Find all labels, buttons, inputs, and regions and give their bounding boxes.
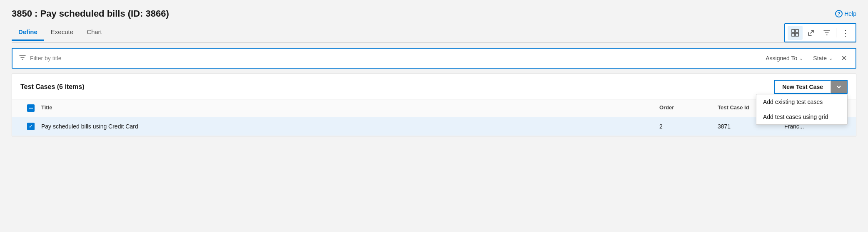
tab-chart[interactable]: Chart [80, 25, 109, 41]
grid-icon [791, 29, 799, 37]
svg-rect-2 [792, 33, 795, 36]
state-label: State [813, 55, 827, 62]
assigned-to-dropdown[interactable]: Assigned To ⌄ [762, 53, 806, 63]
tab-execute[interactable]: Execute [44, 25, 80, 41]
row-checkbox-area: ✓ [20, 123, 41, 130]
chevron-down-icon [836, 84, 842, 90]
toolbar-divider [836, 28, 836, 37]
tabs-toolbar: Define Execute Chart [12, 23, 856, 43]
more-icon: ⋮ [841, 29, 850, 37]
table-row[interactable]: ✓ Pay scheduled bills using Credit Card … [12, 117, 856, 136]
filter-icon [823, 29, 831, 37]
state-dropdown[interactable]: State ⌄ [810, 53, 836, 63]
page-title: 3850 : Pay scheduled bills (ID: 3866) [12, 8, 169, 19]
filter-dropdowns: Assigned To ⌄ State ⌄ ✕ [762, 52, 849, 64]
add-existing-item[interactable]: Add existing test cases [756, 94, 847, 109]
add-grid-item[interactable]: Add test cases using grid [756, 109, 847, 124]
filter-input[interactable] [30, 55, 758, 62]
col-header-order: Order [656, 103, 714, 114]
assigned-to-label: Assigned To [766, 55, 797, 62]
filter-close-button[interactable]: ✕ [839, 52, 849, 64]
state-chevron-icon: ⌄ [829, 56, 833, 61]
expand-button[interactable] [803, 26, 818, 40]
content-area: Test Cases (6 items) New Test Case Add e… [12, 74, 856, 136]
svg-rect-3 [796, 33, 798, 36]
grid-view-button[interactable] [788, 26, 803, 40]
table-header: Title Order Test Case Id Assigned [12, 99, 856, 117]
row-checkbox[interactable]: ✓ [27, 123, 35, 130]
filter-funnel-icon [19, 54, 26, 62]
more-button[interactable]: ⋮ [838, 26, 853, 40]
section-title: Test Cases (6 items) [20, 83, 85, 91]
section-header: Test Cases (6 items) New Test Case Add e… [12, 74, 856, 99]
help-link[interactable]: ? Help [835, 10, 856, 17]
new-test-case-area: New Test Case Add existing test cases Ad… [774, 80, 848, 94]
page-header: 3850 : Pay scheduled bills (ID: 3866) ? … [12, 8, 856, 19]
svg-rect-0 [792, 30, 795, 32]
row-order: 2 [656, 121, 714, 131]
new-test-case-dropdown-button[interactable] [831, 80, 848, 94]
row-title: Pay scheduled bills using Credit Card [41, 121, 656, 131]
new-test-case-button[interactable]: New Test Case [774, 80, 831, 94]
filter-bar: Assigned To ⌄ State ⌄ ✕ [12, 48, 856, 69]
col-header-title: Title [41, 103, 656, 114]
help-icon: ? [835, 10, 843, 17]
assigned-to-chevron-icon: ⌄ [799, 56, 803, 61]
select-all-checkbox[interactable] [27, 104, 35, 112]
filter-button[interactable] [819, 26, 834, 40]
svg-rect-1 [796, 30, 798, 32]
tab-define[interactable]: Define [12, 25, 44, 41]
col-header-checkbox [20, 103, 41, 114]
dropdown-menu: Add existing test cases Add test cases u… [756, 94, 848, 125]
expand-icon [807, 29, 815, 37]
main-container: 3850 : Pay scheduled bills (ID: 3866) ? … [0, 0, 868, 232]
toolbar-icons: ⋮ [784, 23, 856, 42]
tabs: Define Execute Chart [12, 25, 109, 41]
help-label: Help [844, 10, 856, 17]
table-container: Title Order Test Case Id Assigned ✓ Pay … [12, 99, 856, 136]
